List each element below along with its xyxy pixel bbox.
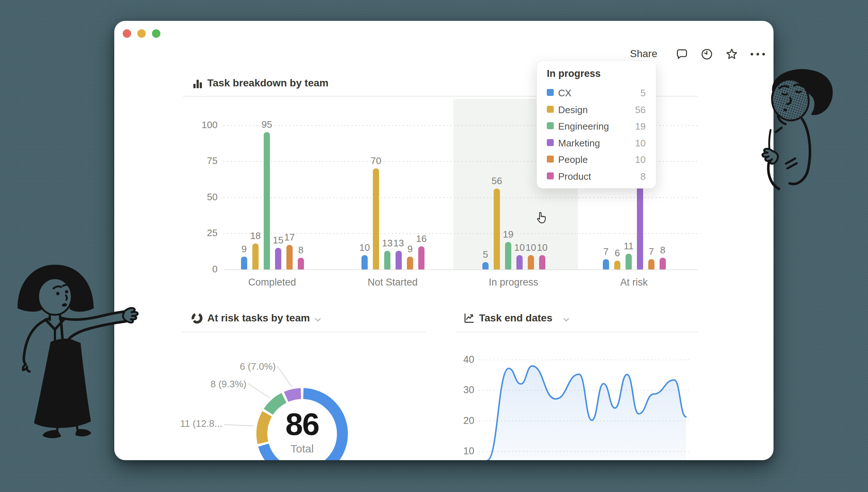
bar-value-label: 95 [252,119,282,130]
pointing-woman-illustration [15,260,146,443]
bar-value-label: 8 [648,245,678,256]
minimize-window-button[interactable] [137,29,146,38]
donut-slice-3[interactable] [286,394,301,397]
bar-product-completed[interactable] [298,258,304,269]
chart-tooltip: In progress CX5Design56Engineering19Mark… [537,60,656,189]
hand-cursor [535,209,549,225]
tooltip-series-label: Design [558,104,588,116]
x-axis-line [223,269,698,270]
y-axis-tick-label: 100 [187,119,218,131]
app-window: Share T [114,21,774,460]
y-axis-tick-label: 25 [187,227,218,239]
bar-value-label: 8 [286,245,316,256]
donut-slice-2[interactable] [268,398,284,412]
chevron-down-icon[interactable] [561,315,571,324]
y-axis-tick-label: 0 [187,264,218,275]
bar-engineering-completed[interactable] [264,132,270,269]
y-gridline [223,197,698,198]
tooltip-series-label: Product [558,171,591,182]
bar-people-in-progress[interactable] [528,255,534,269]
donut-slice-1[interactable] [262,414,267,443]
tooltip-series-value: 56 [635,104,646,116]
divider [456,332,698,332]
bar-design-at-risk[interactable] [614,261,620,269]
more-icon[interactable] [750,52,764,57]
tooltip-row: CX5 [537,84,656,101]
comment-icon[interactable] [675,47,689,61]
tooltip-row: Engineering19 [537,118,656,134]
tooltip-series-label: CX [558,87,571,99]
line-chart-icon [463,312,475,324]
tooltip-series-value: 19 [635,121,646,132]
star-icon[interactable] [725,47,739,61]
line-chart-plot[interactable] [476,348,696,460]
tooltip-row: People10 [537,151,656,168]
legend-swatch [547,172,554,179]
bar-value-label: 17 [275,232,304,243]
bar-marketing-completed[interactable] [275,248,281,269]
donut-chart-title[interactable]: At risk tasks by team [207,312,310,324]
tooltip-series-value: 8 [641,171,646,182]
legend-swatch [547,89,554,96]
tooltip-series-label: Engineering [558,121,609,132]
legend-swatch [547,122,554,129]
divider [182,332,426,332]
y-axis-tick-label: 75 [187,155,218,167]
bar-value-label: 19 [494,229,523,240]
bar-value-label: 56 [482,175,512,187]
x-axis-category-label: Completed [228,277,316,288]
bar-people-at-risk[interactable] [648,259,654,269]
x-axis-category-label: In progress [470,277,557,288]
line-chart-title[interactable]: Task end dates [479,312,552,324]
y-axis-tick-label: 50 [187,191,218,203]
tooltip-series-value: 10 [635,154,646,165]
desktop-background: Share T [0,0,868,492]
bar-engineering-at-risk[interactable] [626,254,632,269]
bar-value-label: 10 [528,242,557,253]
zoom-window-button[interactable] [152,29,160,38]
tooltip-title: In progress [547,68,601,79]
bar-design-not-started[interactable] [373,168,379,269]
bar-cx-at-risk[interactable] [603,259,609,269]
line-y-axis-tick-label: 20 [445,415,474,426]
tooltip-row: Marketing10 [537,134,656,151]
tooltip-series-label: Marketing [558,138,600,149]
tooltip-row: Design56 [537,101,656,118]
bar-chart-title: Task breakdown by team [207,77,329,89]
bar-marketing-in-progress[interactable] [516,255,523,269]
legend-swatch [547,106,554,113]
tooltip-series-value: 10 [635,138,646,149]
bar-people-not-started[interactable] [407,257,413,269]
tooltip-row: Product8 [537,168,656,184]
x-axis-category-label: Not Started [349,277,437,288]
bar-cx-not-started[interactable] [361,255,368,269]
bar-product-in-progress[interactable] [539,255,545,269]
close-window-button[interactable] [123,29,131,38]
legend-swatch [547,156,554,163]
line-y-axis-tick-label: 30 [445,384,474,396]
donut-chart-icon [191,312,203,324]
bar-engineering-not-started[interactable] [384,251,390,269]
history-icon[interactable] [700,47,714,61]
bar-chart-icon [192,78,204,90]
bar-product-at-risk[interactable] [660,258,666,269]
share-button[interactable]: Share [630,48,657,60]
tooltip-series-label: People [558,154,588,165]
line-y-axis-tick-label: 40 [445,354,474,365]
tooltip-series-value: 5 [641,87,646,99]
chevron-down-icon[interactable] [313,315,323,324]
line-y-axis-tick-label: 10 [445,446,474,457]
bar-design-completed[interactable] [252,243,259,269]
bar-cx-in-progress[interactable] [482,262,489,269]
thinking-person-illustration [758,64,842,200]
bar-cx-completed[interactable] [241,257,247,269]
bar-product-not-started[interactable] [418,246,424,269]
bar-value-label: 16 [407,233,436,245]
x-axis-category-label: At risk [590,277,678,288]
donut-chart[interactable] [253,384,352,460]
bar-value-label: 70 [361,155,391,167]
legend-swatch [547,139,554,146]
